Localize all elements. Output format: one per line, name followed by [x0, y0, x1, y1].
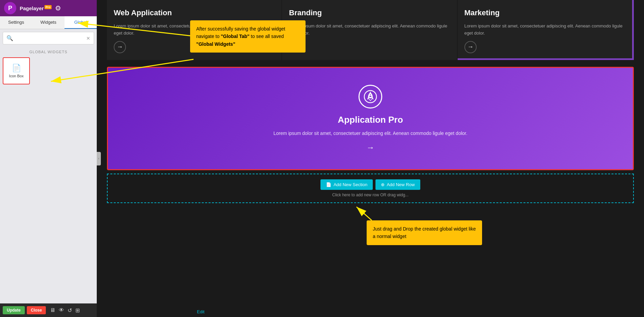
search-icon: 🔍: [6, 35, 13, 41]
card-3-arrow[interactable]: →: [464, 41, 477, 53]
card-1-title: Web Application: [114, 7, 275, 19]
sidebar: P PagelayerPro ⚙ Settings Widgets Global…: [0, 0, 97, 317]
bottom-toolbar: Update Close 🖥 👁 ↺ ⊞: [0, 303, 97, 317]
sidebar-title: PagelayerPro: [20, 5, 52, 11]
card-2-text: Lorem ipsum dolor sit amet, consectetuer…: [289, 23, 450, 37]
tooltip1-bold2: "Global Widgets": [196, 41, 235, 47]
sidebar-header: P PagelayerPro ⚙: [0, 0, 97, 16]
main-canvas: Web Application Lorem ipsum dolor sit am…: [97, 0, 644, 317]
global-widgets-label: GLOBAL WIDGETS: [0, 50, 97, 54]
add-new-row-button[interactable]: ⊕ Add New Row: [375, 179, 420, 190]
tooltip2-text: Just drag and Drop the created global wi…: [373, 226, 476, 239]
edit-link[interactable]: Edit: [197, 309, 204, 314]
top-cards-section: Web Application Lorem ipsum dolor sit am…: [97, 0, 644, 67]
card-1-arrow[interactable]: →: [114, 41, 126, 53]
svg-text:P: P: [8, 5, 12, 12]
tooltip1-text2: to see all saved: [250, 34, 284, 39]
add-section-area: 📄 Add New Section ⊕ Add New Row Click he…: [107, 174, 634, 203]
update-button[interactable]: Update: [3, 306, 25, 314]
history-icon[interactable]: ↺: [68, 307, 72, 314]
icon-box-label: Icon Box: [9, 74, 24, 78]
search-box: 🔍 ✕: [3, 32, 94, 44]
pagelayer-logo-icon: P: [4, 2, 16, 14]
purple-desc: Lorem ipsum dolor sit amet, consectetuer…: [269, 131, 472, 136]
top-card-2: Branding Lorem ipsum dolor sit amet, con…: [282, 0, 457, 60]
desktop-icon[interactable]: 🖥: [50, 307, 55, 314]
sidebar-tabs: Settings Widgets Global: [0, 16, 97, 29]
add-row-icon: ⊕: [381, 182, 385, 187]
add-section-hint: Click here to add new row OR drag widg..…: [113, 193, 628, 197]
purple-arrow[interactable]: →: [115, 143, 626, 152]
top-card-3: Marketing Lorem ipsum dolor sit amet, co…: [458, 0, 634, 60]
add-section-icon: 📄: [326, 182, 331, 187]
widget-grid: 📄 Icon Box: [0, 56, 97, 86]
card-2-title: Branding: [289, 7, 450, 19]
card-3-title: Marketing: [464, 7, 625, 19]
tooltip-global-tab: After successfully saving the global wid…: [190, 20, 306, 53]
sitemap-icon[interactable]: ⊞: [75, 307, 80, 314]
search-clear-icon[interactable]: ✕: [86, 36, 90, 41]
tooltip1-bold1: "Global Tab": [221, 34, 250, 39]
tab-settings[interactable]: Settings: [0, 16, 32, 29]
search-input[interactable]: [15, 36, 86, 41]
tab-global[interactable]: Global: [65, 16, 97, 29]
tooltip-drag-drop: Just drag and Drop the created global wi…: [367, 220, 482, 245]
sidebar-collapse-handle[interactable]: ‹: [97, 152, 101, 165]
card-3-text: Lorem ipsum dolor sit amet, consectetuer…: [464, 23, 625, 37]
add-section-buttons: 📄 Add New Section ⊕ Add New Row: [113, 179, 628, 190]
purple-section: Application Pro Lorem ipsum dolor sit am…: [107, 67, 634, 170]
icon-box-widget[interactable]: 📄 Icon Box: [3, 57, 30, 84]
gear-icon[interactable]: ⚙: [55, 4, 61, 12]
close-button[interactable]: Close: [27, 306, 46, 314]
toolbar-icons: 🖥 👁 ↺ ⊞: [50, 307, 80, 314]
icon-box-icon: 📄: [12, 64, 21, 73]
eye-icon[interactable]: 👁: [59, 307, 64, 314]
add-new-section-button[interactable]: 📄 Add New Section: [320, 179, 373, 190]
purple-title: Application Pro: [115, 115, 626, 125]
app-icon: [358, 85, 382, 108]
tab-widgets[interactable]: Widgets: [32, 16, 65, 29]
